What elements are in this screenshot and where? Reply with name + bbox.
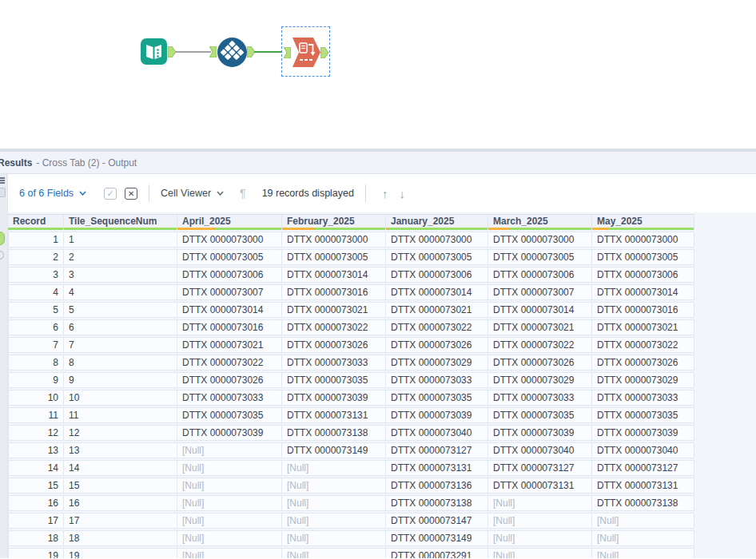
table-cell[interactable]: DTTX 0000073000 [592, 232, 694, 248]
cell-viewer-dropdown[interactable]: Cell Viewer [161, 188, 224, 199]
output-anchor[interactable] [320, 47, 328, 58]
table-cell[interactable]: DTTX 0000073040 [386, 425, 488, 441]
table-cell[interactable]: DTTX 0000073035 [488, 407, 592, 423]
connection-line-selected[interactable] [254, 51, 283, 53]
table-cell[interactable]: [Null] [282, 460, 386, 476]
table-cell[interactable]: DTTX 0000073138 [282, 425, 386, 441]
table-cell[interactable]: 19 [8, 548, 64, 558]
table-cell[interactable]: 8 [64, 355, 177, 371]
table-cell[interactable]: DTTX 0000073007 [488, 284, 592, 300]
table-cell[interactable]: [Null] [592, 530, 694, 546]
column-header-march_2025[interactable]: March_2025 [488, 214, 592, 230]
table-cell[interactable]: DTTX 0000073016 [177, 319, 282, 335]
table-cell[interactable]: 7 [8, 337, 64, 353]
table-cell[interactable]: DTTX 0000073022 [488, 337, 592, 353]
table-cell[interactable]: [Null] [282, 495, 386, 511]
table-cell[interactable]: 11 [8, 407, 64, 423]
table-cell[interactable]: DTTX 0000073022 [386, 319, 488, 335]
table-cell[interactable]: 18 [8, 530, 64, 546]
table-cell[interactable]: 5 [64, 302, 177, 318]
table-cell[interactable]: DTTX 0000073026 [592, 355, 694, 371]
table-cell[interactable]: [Null] [488, 495, 592, 511]
table-cell[interactable]: 13 [8, 442, 64, 458]
table-cell[interactable]: DTTX 0000073006 [488, 267, 592, 283]
table-cell[interactable]: DTTX 0000073029 [488, 372, 592, 388]
table-cell[interactable]: DTTX 0000073035 [386, 390, 488, 406]
table-cell[interactable]: DTTX 0000073016 [592, 302, 694, 318]
table-cell[interactable]: DTTX 0000073014 [386, 284, 488, 300]
table-cell[interactable]: DTTX 0000073131 [282, 407, 386, 423]
table-cell[interactable]: DTTX 0000073131 [488, 478, 592, 494]
table-cell[interactable]: 1 [64, 232, 177, 248]
list-lines-icon[interactable] [0, 177, 5, 184]
table-cell[interactable]: DTTX 0000073014 [592, 284, 694, 300]
table-cell[interactable]: DTTX 0000073000 [177, 232, 282, 248]
table-cell[interactable]: DTTX 0000073149 [282, 442, 386, 458]
table-cell[interactable]: DTTX 0000073035 [592, 407, 694, 423]
table-cell[interactable]: DTTX 0000073033 [488, 390, 592, 406]
table-cell[interactable]: DTTX 0000073029 [592, 372, 694, 388]
table-cell[interactable]: DTTX 0000073005 [282, 249, 386, 265]
table-cell[interactable]: 19 [64, 548, 177, 558]
table-cell[interactable]: [Null] [282, 478, 386, 494]
table-cell[interactable]: DTTX 0000073035 [282, 372, 386, 388]
column-header-tile_sequencenum[interactable]: Tile_SequenceNum [64, 214, 177, 230]
connection-line[interactable] [175, 51, 211, 53]
strip-circle-icon[interactable] [0, 251, 4, 260]
arrow-down-icon[interactable]: ↓ [399, 187, 405, 200]
cross-tab-tool[interactable] [292, 38, 320, 67]
table-cell[interactable]: DTTX 0000073039 [488, 425, 592, 441]
table-cell[interactable]: DTTX 0000073014 [488, 302, 592, 318]
table-cell[interactable]: 14 [64, 460, 177, 476]
table-cell[interactable]: [Null] [177, 548, 282, 558]
input-data-tool[interactable] [141, 38, 167, 65]
table-cell[interactable]: 6 [64, 319, 177, 335]
table-cell[interactable]: 14 [8, 460, 64, 476]
table-cell[interactable]: DTTX 0000073021 [592, 319, 694, 335]
table-cell[interactable]: 1 [8, 232, 64, 248]
table-cell[interactable]: DTTX 0000073127 [488, 460, 592, 476]
table-cell[interactable]: [Null] [488, 513, 592, 529]
table-cell[interactable]: DTTX 0000073127 [592, 460, 694, 476]
table-cell[interactable]: [Null] [177, 442, 282, 458]
table-cell[interactable]: 10 [64, 390, 177, 406]
table-cell[interactable]: DTTX 0000073022 [177, 355, 282, 371]
table-cell[interactable]: [Null] [488, 530, 592, 546]
table-cell[interactable]: 18 [64, 530, 177, 546]
table-cell[interactable]: DTTX 0000073021 [386, 302, 488, 318]
table-cell[interactable]: DTTX 0000073005 [488, 249, 592, 265]
table-cell[interactable]: DTTX 0000073006 [177, 267, 282, 283]
table-cell[interactable]: 4 [8, 284, 64, 300]
table-cell[interactable]: DTTX 0000073131 [592, 478, 694, 494]
table-cell[interactable]: DTTX 0000073127 [386, 442, 488, 458]
table-cell[interactable]: 12 [64, 425, 177, 441]
table-cell[interactable]: DTTX 0000073021 [282, 302, 386, 318]
input-anchor[interactable] [284, 47, 291, 58]
table-cell[interactable]: DTTX 0000073006 [592, 267, 694, 283]
table-cell[interactable]: DTTX 0000073022 [592, 337, 694, 353]
table-cell[interactable]: 15 [64, 478, 177, 494]
table-cell[interactable]: DTTX 0000073040 [488, 442, 592, 458]
table-cell[interactable]: DTTX 0000073149 [386, 530, 488, 546]
table-cell[interactable]: [Null] [177, 478, 282, 494]
table-cell[interactable]: DTTX 0000073138 [592, 495, 694, 511]
select-all-checkbox-icon[interactable]: ✓ [104, 188, 117, 200]
table-cell[interactable]: DTTX 0000073005 [592, 249, 694, 265]
strip-button[interactable] [0, 188, 6, 197]
table-cell[interactable]: DTTX 0000073026 [488, 355, 592, 371]
table-cell[interactable]: DTTX 0000073029 [386, 355, 488, 371]
table-cell[interactable]: DTTX 0000073022 [282, 319, 386, 335]
table-cell[interactable]: 8 [8, 355, 64, 371]
table-cell[interactable]: DTTX 0000073026 [386, 337, 488, 353]
table-cell[interactable]: 9 [64, 372, 177, 388]
table-cell[interactable]: DTTX 0000073033 [592, 390, 694, 406]
table-cell[interactable]: 6 [8, 319, 64, 335]
table-cell[interactable]: [Null] [282, 548, 386, 558]
table-cell[interactable]: DTTX 0000073026 [282, 337, 386, 353]
table-cell[interactable]: DTTX 0000073026 [177, 372, 282, 388]
table-cell[interactable]: [Null] [488, 548, 592, 558]
table-cell[interactable]: DTTX 0000073039 [282, 390, 386, 406]
table-cell[interactable]: DTTX 0000073000 [282, 232, 386, 248]
table-cell[interactable]: DTTX 0000073007 [177, 284, 282, 300]
table-cell[interactable]: 16 [8, 495, 64, 511]
